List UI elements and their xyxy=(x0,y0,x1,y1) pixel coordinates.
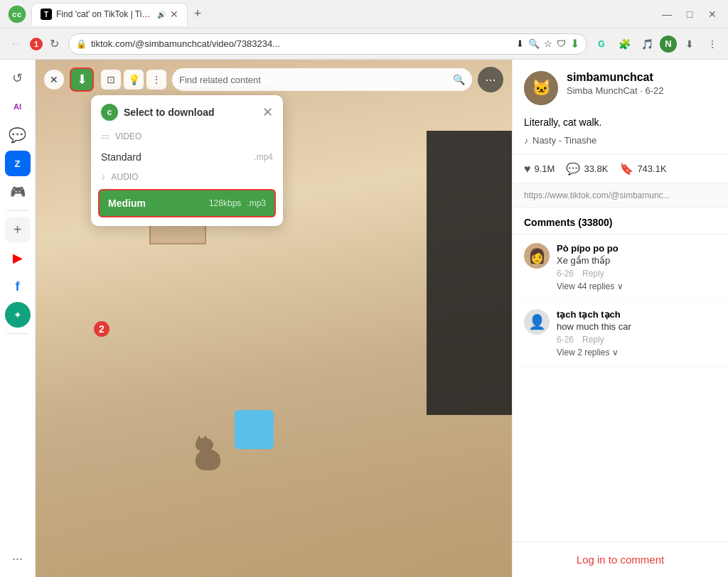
toolbar-actions: G 🧩 🎵 N ⬇ ⋮ xyxy=(592,34,722,54)
video-section-icon: ▭ xyxy=(101,131,109,141)
download-to-icon: ⬇ xyxy=(516,38,524,49)
svg-text:c: c xyxy=(12,10,16,18)
comments-count: 33.8K xyxy=(584,163,608,174)
minimize-button[interactable]: — xyxy=(657,4,677,24)
close-button[interactable]: ✕ xyxy=(702,4,722,24)
comments-list: 👩 Pò pípo po po Xe gầm thấp 6-26 Reply V… xyxy=(513,234,728,541)
login-to-comment-bar: Log in to comment xyxy=(513,541,728,577)
grammarly-icon[interactable]: G xyxy=(592,34,611,54)
sidebar-facebook-icon[interactable]: f xyxy=(5,274,31,299)
audio-section-icon: ♪ xyxy=(101,171,106,182)
new-tab-button[interactable]: + xyxy=(188,4,208,24)
bookmark-icon: 🔖 xyxy=(619,162,633,176)
audio-medium-item[interactable]: Medium 128kbps .mp3 xyxy=(98,189,276,217)
commenter-name-2: tạch tạch tạch xyxy=(557,309,717,320)
shield-icon: 🛡 xyxy=(557,38,566,49)
comment-icon: 💬 xyxy=(566,162,580,176)
tab-close-button[interactable]: ✕ xyxy=(170,9,178,20)
comment-item: 👩 Pò pípo po po Xe gầm thấp 6-26 Reply V… xyxy=(513,234,728,301)
user-subinfo-text: Simba MunchCat · 6-22 xyxy=(567,85,717,96)
sidebar-game-icon[interactable]: 🎮 xyxy=(5,179,31,205)
maximize-button[interactable]: □ xyxy=(680,4,700,24)
search-icon: 🔍 xyxy=(453,74,465,85)
video-standard-format: .mp4 xyxy=(254,152,273,162)
audio-section-label: ♪ AUDIO xyxy=(91,168,283,186)
content-area: ✕ ⬇ ⊡ 💡 ⋮ Find related content 🔍 ··· xyxy=(36,60,728,577)
three-dots-icon: ··· xyxy=(485,72,496,87)
music-info: ♪ Nasty - Tinashe xyxy=(513,134,728,154)
comment-content-1: Pò pípo po po Xe gầm thấp 6-26 Reply Vie… xyxy=(557,243,717,291)
sidebar-add-button[interactable]: + xyxy=(5,217,31,242)
picture-in-picture-icon[interactable]: ⊡ xyxy=(101,70,121,90)
tab-title: Find 'cat' on TikTok | TikTo... xyxy=(56,9,153,19)
sidebar: ↺ AI 💬 Z 🎮 + ▶ f ✦ ··· xyxy=(0,60,36,577)
bookmark-star-icon: ☆ xyxy=(544,38,552,49)
sidebar-youtube-icon[interactable]: ▶ xyxy=(5,245,31,271)
dropdown-header: c Select to download ✕ xyxy=(91,104,283,128)
browser-logo: c c xyxy=(6,3,28,26)
audio-medium-label: Medium xyxy=(108,198,203,209)
active-tab[interactable]: T Find 'cat' on TikTok | TikTo... 🔊 ✕ xyxy=(31,3,188,26)
browser-toolbar: ← 1 ↻ 🔒 tiktok.com/@simbamunchcat/video/… xyxy=(0,28,728,60)
comment-reply-2[interactable]: Reply xyxy=(582,335,604,345)
address-bar[interactable]: 🔒 tiktok.com/@simbamunchcat/video/738323… xyxy=(68,33,587,55)
close-x-icon: ✕ xyxy=(50,74,58,85)
comment-text-1: Xe gầm thấp xyxy=(557,255,717,266)
right-panel: 🐱 simbamunchcat Simba MunchCat · 6-22 Li… xyxy=(512,60,728,577)
heart-icon: ♥ xyxy=(524,163,531,176)
step1-badge: 1 xyxy=(30,38,43,50)
tab-favicon: T xyxy=(41,9,52,20)
dropdown-close-button[interactable]: ✕ xyxy=(262,104,273,120)
title-bar: c c T Find 'cat' on TikTok | TikTo... 🔊 … xyxy=(0,0,728,28)
music-icon[interactable]: 🎵 xyxy=(637,34,657,54)
url-text: tiktok.com/@simbamunchcat/video/7383234.… xyxy=(91,38,512,49)
commenter-avatar-2: 👤 xyxy=(524,309,550,335)
chevron-down-replies-icon: ∨ xyxy=(617,281,623,291)
menu-button[interactable]: ⋮ xyxy=(702,34,722,54)
view-replies-text-2: View 2 replies xyxy=(557,347,609,357)
video-close-button[interactable]: ✕ xyxy=(44,70,64,90)
lightbulb-icon[interactable]: 💡 xyxy=(124,70,144,90)
comments-stat: 💬 33.8K xyxy=(566,162,608,176)
video-container: ✕ ⬇ ⊡ 💡 ⋮ Find related content 🔍 ··· xyxy=(36,60,512,577)
extensions-icon[interactable]: 🧩 xyxy=(614,34,634,54)
find-related-bar[interactable]: Find related content 🔍 xyxy=(172,68,472,91)
commenter-avatar-1: 👩 xyxy=(524,243,550,269)
find-related-text: Find related content xyxy=(179,75,447,85)
sidebar-history-icon[interactable]: ↺ xyxy=(5,65,31,91)
video-stats: ♥ 9.1M 💬 33.8K 🔖 743.1K xyxy=(513,154,728,183)
sidebar-chatgpt-icon[interactable]: ✦ xyxy=(5,302,31,328)
download-dropdown: c Select to download ✕ ▭ VIDEO Standard … xyxy=(91,95,283,226)
sidebar-divider-2 xyxy=(6,333,29,334)
dropdown-title: Select to download xyxy=(124,107,215,118)
tab-audio-icon: 🔊 xyxy=(157,11,166,18)
refresh-button[interactable]: ↻ xyxy=(44,34,64,54)
step2-annotation-badge: 2 xyxy=(94,321,109,337)
download-green-button[interactable]: ⬇ xyxy=(70,68,94,92)
video-section-text: VIDEO xyxy=(115,131,141,141)
download-icon[interactable]: ⬇ xyxy=(680,34,700,54)
sidebar-more-button[interactable]: ··· xyxy=(5,546,31,571)
user-avatar: 🐱 xyxy=(524,71,558,105)
main-layout: ↺ AI 💬 Z 🎮 + ▶ f ✦ ··· xyxy=(0,60,728,577)
likes-count: 9.1M xyxy=(535,163,555,174)
sidebar-ai-icon[interactable]: AI xyxy=(5,94,31,119)
sidebar-messenger-icon[interactable]: 💬 xyxy=(5,122,31,148)
more-menu-button[interactable]: ··· xyxy=(478,67,503,92)
comment-meta-2: 6-26 Reply xyxy=(557,335,717,345)
comment-text-2: how much this car xyxy=(557,321,717,332)
sidebar-zalo-icon[interactable]: Z xyxy=(5,151,31,176)
video-standard-item[interactable]: Standard .mp4 xyxy=(91,146,283,168)
profile-icon[interactable]: N xyxy=(660,36,677,53)
more-options-icon[interactable]: ⋮ xyxy=(146,70,166,90)
coccoc-download-icon[interactable]: ⬇ xyxy=(570,37,579,50)
video-link[interactable]: https://www.tiktok.com/@simbamunc... xyxy=(513,183,728,208)
view-replies-1[interactable]: View 44 replies ∨ xyxy=(557,281,717,291)
login-to-comment-button[interactable]: Log in to comment xyxy=(577,554,664,566)
view-replies-2[interactable]: View 2 replies ∨ xyxy=(557,347,717,357)
comment-reply-1[interactable]: Reply xyxy=(582,269,604,279)
dropdown-title-row: c Select to download xyxy=(101,104,215,121)
back-button[interactable]: ← xyxy=(6,34,26,54)
likes-stat: ♥ 9.1M xyxy=(524,163,555,176)
commenter-name-1: Pò pípo po po xyxy=(557,243,717,254)
